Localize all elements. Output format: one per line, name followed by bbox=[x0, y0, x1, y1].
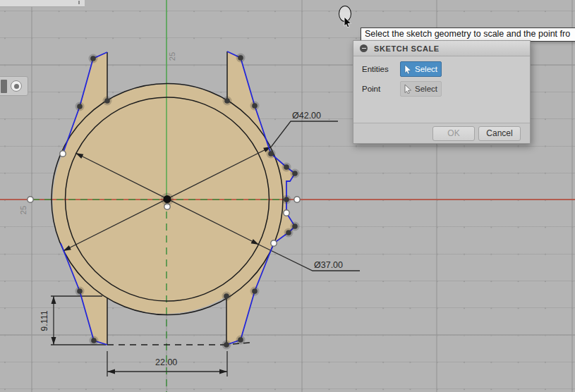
sketch-point[interactable] bbox=[224, 98, 230, 104]
ok-button[interactable]: OK bbox=[432, 126, 475, 141]
tooltip: Select the sketch geometry to scale and … bbox=[361, 27, 575, 42]
entities-select-label: Select bbox=[415, 65, 437, 73]
point-select-label: Select bbox=[415, 85, 437, 93]
clipped-toolbar-strip bbox=[0, 0, 85, 7]
sketch-point[interactable] bbox=[286, 230, 291, 235]
sketch-point-unconstrained[interactable] bbox=[28, 197, 33, 202]
sketch-point[interactable] bbox=[90, 56, 96, 61]
entities-row: Entities Select bbox=[362, 61, 530, 77]
cancel-button[interactable]: Cancel bbox=[478, 126, 521, 141]
sketch-point[interactable] bbox=[238, 55, 243, 61]
sketch-point[interactable] bbox=[284, 197, 289, 202]
dialog-footer: OK Cancel bbox=[353, 123, 530, 143]
sketch-point[interactable] bbox=[104, 98, 110, 104]
cursor-arrow-icon bbox=[404, 65, 412, 74]
point-row: Point Select bbox=[362, 81, 530, 97]
sketch-point[interactable] bbox=[91, 338, 97, 343]
entities-label: Entities bbox=[362, 65, 400, 73]
sketch-point[interactable] bbox=[292, 171, 298, 176]
clipped-toolbar-widget[interactable] bbox=[0, 76, 28, 96]
dialog-title: SKETCH SCALE bbox=[374, 44, 440, 53]
grid-label-top: 25 bbox=[168, 52, 176, 61]
dialog-titlebar[interactable]: SKETCH SCALE bbox=[353, 41, 530, 56]
toolbar-strip-tick bbox=[78, 1, 80, 4]
sketch-point[interactable] bbox=[268, 151, 274, 157]
sketch-point[interactable] bbox=[224, 293, 229, 299]
sketch-point[interactable] bbox=[224, 342, 229, 348]
radio-button-icon[interactable] bbox=[11, 80, 22, 92]
dimension-height-label[interactable]: 9.111 bbox=[40, 310, 49, 331]
sketch-point[interactable] bbox=[292, 223, 298, 229]
sketch-point[interactable] bbox=[77, 104, 83, 109]
entities-select-button[interactable]: Select bbox=[400, 61, 442, 77]
sketch-point-unconstrained[interactable] bbox=[60, 151, 66, 157]
sketch-point-unconstrained[interactable] bbox=[271, 240, 277, 246]
point-label: Point bbox=[362, 85, 400, 93]
radio-dot bbox=[14, 84, 19, 89]
point-select-button[interactable]: Select bbox=[400, 81, 442, 97]
app-canvas: Ø42.00 Ø37.00 22.00 9.111 bbox=[0, 0, 575, 392]
dimension-width-label[interactable]: 22.00 bbox=[155, 357, 177, 367]
toolbar-button-fragment[interactable] bbox=[1, 80, 7, 93]
sketch-scale-dialog: SKETCH SCALE Entities Select Point S bbox=[353, 40, 531, 144]
sketch-point[interactable] bbox=[284, 164, 289, 170]
cursor-arrow-outline-icon bbox=[404, 85, 412, 94]
sketch-point[interactable] bbox=[252, 288, 258, 294]
dimension-outer-label[interactable]: Ø42.00 bbox=[292, 111, 321, 121]
collapse-icon[interactable] bbox=[360, 44, 368, 52]
sketch-point[interactable] bbox=[252, 103, 258, 109]
sketch-point[interactable] bbox=[238, 337, 243, 343]
dimension-lug-width[interactable]: 22.00 bbox=[107, 351, 227, 376]
grid-label-left: 25 bbox=[19, 206, 28, 214]
dimension-inner-label[interactable]: Ø37.00 bbox=[314, 260, 343, 270]
sketch-point-unconstrained[interactable] bbox=[294, 197, 300, 202]
origin-center-point[interactable] bbox=[161, 193, 174, 206]
sketch-point[interactable] bbox=[77, 288, 83, 294]
sketch-point-unconstrained[interactable] bbox=[284, 210, 289, 216]
tooltip-text: Select the sketch geometry to scale and … bbox=[365, 29, 570, 39]
